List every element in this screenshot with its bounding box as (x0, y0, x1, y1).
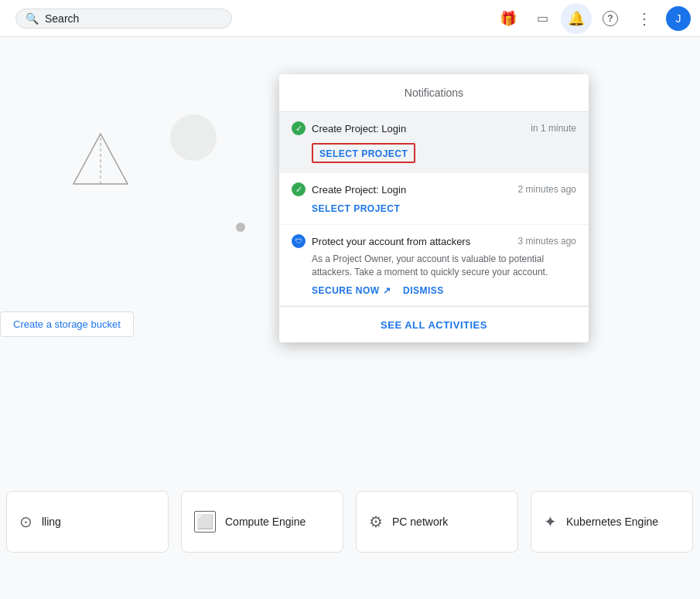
notifications-panel: Notifications ✓ Create Project: Login in… (279, 74, 589, 342)
cards-area: ⊙ lling ⬜ Compute Engine ⚙ PC network ✦ … (0, 491, 699, 553)
search-icon: 🔍 (26, 12, 39, 25)
avatar-label: J (676, 12, 681, 25)
deco-circle-small (236, 223, 245, 232)
terminal-icon: ▭ (537, 11, 548, 26)
billing-icon: ⊙ (19, 512, 32, 531)
card-label-billing: lling (42, 516, 61, 528)
notifications-button[interactable]: 🔔 (561, 3, 592, 34)
card-billing[interactable]: ⊙ lling (6, 491, 169, 553)
more-button[interactable]: ⋮ (629, 3, 660, 34)
search-container[interactable]: 🔍 Search (15, 9, 232, 29)
notif-1-title-row: ✓ Create Project: Login (292, 121, 406, 135)
help-icon: ? (603, 11, 618, 26)
bell-icon: 🔔 (568, 10, 585, 27)
search-input[interactable]: Search (45, 12, 222, 25)
notifications-header: Notifications (279, 74, 589, 112)
notif-3-shield-icon: 🛡 (292, 234, 306, 248)
notif-2-title: Create Project: Login (312, 184, 406, 196)
deco-triangle (70, 130, 131, 195)
notification-item-2: ✓ Create Project: Login 2 minutes ago SE… (279, 173, 589, 225)
notif-3-title-row: 🛡 Protect your account from attackers (292, 234, 470, 248)
card-vpc-network[interactable]: ⚙ PC network (356, 491, 518, 553)
notifications-footer: SEE ALL ACTIVITIES (279, 306, 589, 342)
notif-2-action: SELECT PROJECT (312, 201, 576, 215)
notif-3-secure-now-link[interactable]: SECURE NOW ↗ (312, 285, 391, 296)
topbar: 🔍 Search 🎁 ▭ 🔔 ? ⋮ J (0, 0, 700, 37)
more-icon: ⋮ (637, 11, 652, 26)
notif-1-title: Create Project: Login (312, 123, 406, 134)
notif-1-time: in 1 minute (531, 123, 576, 134)
notif-3-time: 3 minutes ago (518, 236, 576, 247)
card-label-vpc: PC network (392, 516, 448, 528)
terminal-button[interactable]: ▭ (527, 3, 558, 34)
create-storage-bucket-button[interactable]: Create a storage bucket (0, 311, 134, 337)
notif-2-title-row: ✓ Create Project: Login (292, 182, 406, 196)
gift-icon: 🎁 (500, 10, 517, 27)
notif-1-check-icon: ✓ (292, 121, 306, 135)
see-all-activities-link[interactable]: SEE ALL ACTIVITIES (381, 319, 487, 331)
notif-2-check-icon: ✓ (292, 182, 306, 196)
kubernetes-icon: ✦ (544, 512, 557, 531)
notif-2-time: 2 minutes ago (518, 184, 576, 195)
user-avatar[interactable]: J (666, 6, 691, 31)
notification-item-3: 🛡 Protect your account from attackers 3 … (279, 225, 589, 306)
card-label-kubernetes: Kubernetes Engine (566, 516, 658, 528)
card-label-compute-engine: Compute Engine (225, 516, 306, 528)
notif-3-dismiss-link[interactable]: DISMISS (403, 285, 444, 296)
card-kubernetes[interactable]: ✦ Kubernetes Engine (531, 491, 693, 553)
vpc-icon: ⚙ (369, 512, 383, 531)
notification-item-1: ✓ Create Project: Login in 1 minute SELE… (279, 112, 589, 173)
topbar-icons: 🎁 ▭ 🔔 ? ⋮ J (493, 3, 691, 34)
help-button[interactable]: ? (595, 3, 626, 34)
notif-3-header: 🛡 Protect your account from attackers 3 … (292, 234, 576, 248)
main-content: Create a storage bucket ⊙ lling ⬜ Comput… (0, 37, 700, 599)
notif-1-select-project-link[interactable]: SELECT PROJECT (319, 148, 408, 159)
notif-3-body: As a Project Owner, your account is valu… (312, 253, 576, 279)
notif-3-actions-row: SECURE NOW ↗ DISMISS (312, 285, 576, 296)
notif-3-title: Protect your account from attackers (312, 236, 470, 247)
compute-engine-icon: ⬜ (194, 511, 216, 533)
notif-2-header: ✓ Create Project: Login 2 minutes ago (292, 182, 576, 196)
notif-1-action-box: SELECT PROJECT (312, 143, 415, 163)
deco-circle-large (170, 114, 217, 161)
gift-button[interactable]: 🎁 (493, 3, 524, 34)
card-compute-engine[interactable]: ⬜ Compute Engine (181, 491, 343, 553)
notif-1-header: ✓ Create Project: Login in 1 minute (292, 121, 576, 135)
notif-2-select-project-link[interactable]: SELECT PROJECT (312, 203, 400, 214)
notifications-title: Notifications (405, 87, 463, 99)
